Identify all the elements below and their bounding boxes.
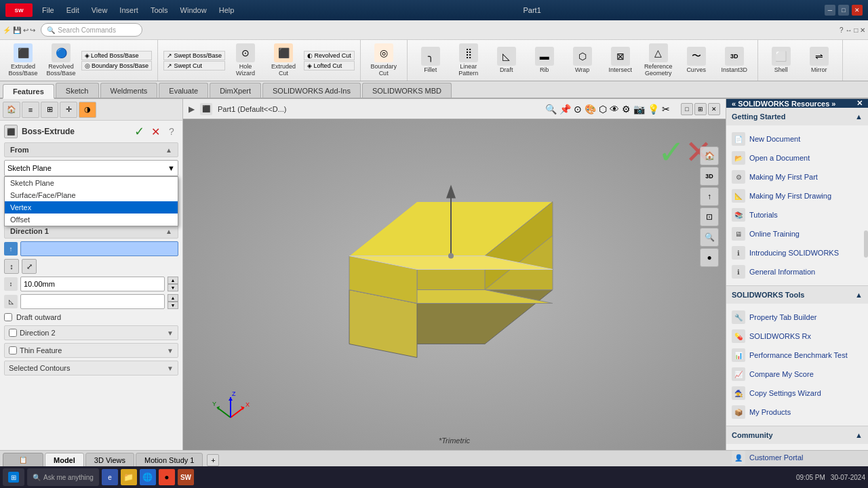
rib-button[interactable]: ▬ Rib [527,45,562,75]
reference-geometry-button[interactable]: △ ReferenceGeometry [641,42,676,79]
selected-contours-section[interactable]: Selected Contours ▼ [4,361,178,375]
taskbar-chrome-icon[interactable]: ● [159,469,175,485]
revolved-boss-button[interactable]: 🔵 RevolvedBoss/Base [43,42,79,79]
draft-angle-up[interactable]: ▲ [167,294,178,302]
restore-button[interactable]: □ [838,5,849,16]
accept-overlay-icon[interactable]: ✓ [658,133,685,171]
linear-pattern-button[interactable]: ⣿ LinearPattern [451,42,486,79]
tab-mbd[interactable]: SOLIDWORKS MBD [362,83,452,98]
flip-direction2-button[interactable]: ⤢ [22,259,37,274]
first-part-link[interactable]: ⚙ Making My First Part [732,167,863,186]
benchmark-link[interactable]: 📊 Performance Benchmark Test [732,346,863,365]
new-document-link[interactable]: 📄 New Document [732,129,863,148]
3d-views-tab[interactable]: 3D Views [85,453,134,468]
from-section-header[interactable]: From ▲ [4,142,178,157]
from-dropdown[interactable]: Sketch Plane ▼ [4,160,178,176]
model-tree-tab[interactable]: 📋 [3,453,43,468]
getting-started-header[interactable]: Getting Started ▲ [726,108,868,125]
viewport-camera-icon[interactable]: 📷 [633,104,645,115]
tab-addins[interactable]: SOLIDWORKS Add-Ins [262,83,361,98]
draft-outward-checkbox[interactable] [4,313,12,321]
thin-feature-section[interactable]: Thin Feature ▼ [4,343,178,358]
direction2-checkbox[interactable] [9,329,17,337]
from-option-sketch-plane[interactable]: Sketch Plane [5,177,178,189]
nav-front-icon[interactable]: ↑ [700,187,719,206]
taskbar-ie-icon[interactable]: e [102,469,118,485]
viewport-filter-icon[interactable]: ⊙ [574,104,582,115]
my-products-link[interactable]: 📦 My Products [732,403,863,422]
taskbar-folder-icon[interactable]: 📁 [121,469,137,485]
nav-zoom-icon[interactable]: 🔍 [700,228,719,247]
menu-view[interactable]: View [86,5,113,16]
nav-display-icon[interactable]: ● [700,248,719,267]
menu-insert[interactable]: Insert [114,5,144,16]
swept-cut-button[interactable]: ↗ Swept Cut [163,61,225,70]
start-button[interactable]: ⊞ [3,468,24,486]
extruded-cut-button[interactable]: ⬛ ExtrudedCut [266,42,301,79]
boundary-cut-button[interactable]: ◎ Boundary Cut [366,42,401,79]
panel-btn-home[interactable]: 🏠 [3,102,20,118]
viewport-max-button[interactable]: ⊞ [694,103,707,115]
menu-edit[interactable]: Edit [61,5,85,16]
curves-button[interactable]: 〜 Curves [679,45,714,75]
fillet-button[interactable]: ╮ Fillet [413,45,448,75]
taskbar-edge-icon[interactable]: 🌐 [140,469,156,485]
viewport-lights-icon[interactable]: 💡 [648,104,659,115]
shell-button[interactable]: ⬜ Shell [764,45,799,75]
direction1-face-input[interactable] [20,241,178,256]
panel-btn-list[interactable]: ≡ [22,102,39,118]
first-drawing-link[interactable]: 📐 Making My First Drawing [732,186,863,205]
nav-home-icon[interactable]: 🏠 [700,146,719,165]
viewport-view-icon[interactable]: 👁 [610,104,619,115]
tab-sketch[interactable]: Sketch [56,83,99,98]
property-tab-builder-link[interactable]: 🔧 Property Tab Builder [732,308,863,327]
direction2-section[interactable]: Direction 2 ▼ [4,325,178,340]
community-header[interactable]: Community ▲ [726,426,868,444]
intersect-button[interactable]: ⊠ Intersect [603,45,638,75]
instant3d-button[interactable]: 3D Instant3D [717,45,752,75]
search-commands-input[interactable]: 🔍 Search Commands [41,23,142,37]
accept-button[interactable]: ✓ [132,125,146,138]
introducing-sw-link[interactable]: ℹ Introducing SOLIDWORKS [732,243,863,262]
compare-score-link[interactable]: 📈 Compare My Score [732,365,863,384]
panel-btn-tree[interactable]: ⊞ [41,102,58,118]
menu-file[interactable]: File [37,5,60,16]
minimize-button[interactable]: ─ [825,5,835,16]
taskbar-sw-icon[interactable]: SW [178,469,194,485]
mirror-button[interactable]: ⇌ Mirror [802,45,837,75]
swept-boss-button[interactable]: ↗ Swept Boss/Base [163,51,225,60]
nav-top-icon[interactable]: ⊡ [700,207,719,226]
tab-weldments[interactable]: Weldments [100,83,158,98]
viewport-3d-icon[interactable]: ⬡ [599,104,607,115]
help-button[interactable]: ? [165,125,178,138]
nav-3d-icon[interactable]: 3D [700,167,719,186]
flip-direction-button[interactable]: ↕ [4,259,19,274]
panel-resize-handle[interactable] [864,230,868,258]
boundary-boss-button[interactable]: ◎Boundary Boss/Base [81,61,152,70]
resources-collapse-icon[interactable]: ✕ [856,99,863,108]
open-document-link[interactable]: 📂 Open a Document [732,148,863,167]
from-option-vertex[interactable]: Vertex [5,201,178,214]
extruded-boss-button[interactable]: ⬛ ExtrudedBoss/Base [5,42,41,79]
tab-features[interactable]: Features [3,84,54,99]
sw-tools-header[interactable]: SOLIDWORKS Tools ▲ [726,286,868,304]
general-info-link[interactable]: ℹ General Information [732,262,863,281]
tab-dimxpert[interactable]: DimXpert [210,83,261,98]
depth-up-arrow[interactable]: ▲ [167,277,178,284]
viewport-search-icon[interactable]: 🔍 [545,104,557,115]
close-button[interactable]: ✕ [852,5,863,16]
draft-button[interactable]: ◺ Draft [489,45,524,75]
from-option-offset[interactable]: Offset [5,214,178,226]
depth-input[interactable] [20,277,165,291]
from-option-surface[interactable]: Surface/Face/Plane [5,189,178,201]
draft-angle-down[interactable]: ▼ [167,302,178,309]
viewport-normal-button[interactable]: □ [681,103,693,115]
viewport-close-button[interactable]: ✕ [708,103,720,115]
customer-portal-link[interactable]: 👤 Customer Portal [732,448,863,467]
tree-toggle-icon[interactable]: ▶ [189,104,195,114]
tutorials-link[interactable]: 📚 Tutorials [732,205,863,224]
revolved-cut-button[interactable]: ◐ Revolved Cut [304,51,355,60]
sw-rx-link[interactable]: 💊 SOLIDWORKS Rx [732,327,863,346]
panel-btn-crosshair[interactable]: ✛ [60,102,77,118]
motion-study-tab[interactable]: Motion Study 1 [136,453,203,468]
